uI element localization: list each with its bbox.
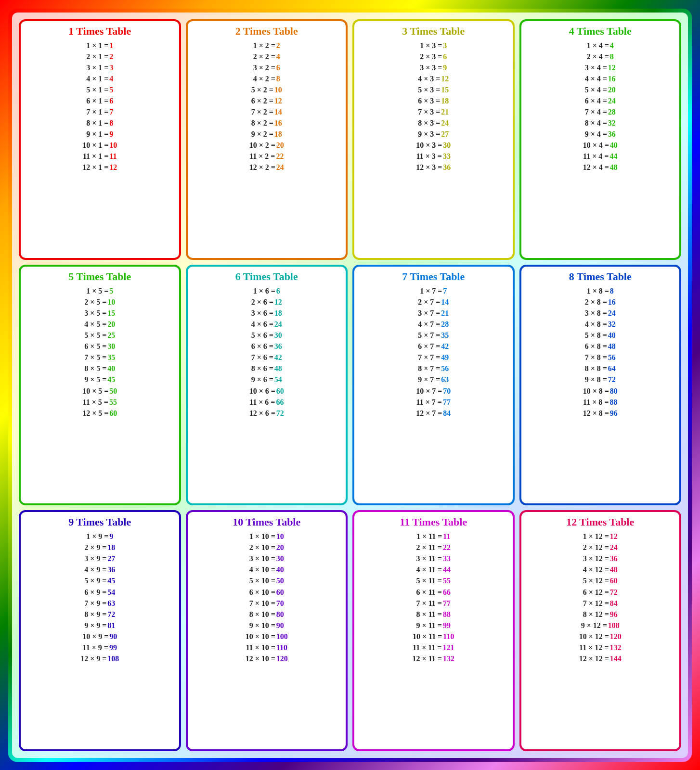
result-value: 40 [107, 363, 115, 374]
result-value: 24 [441, 118, 449, 128]
result-value: 48 [610, 565, 618, 575]
table-row: 6 × 5 = 30 [26, 341, 174, 352]
result-value: 77 [443, 397, 451, 408]
equation-part: 10 × 5 = [82, 386, 108, 397]
result-value: 7 [109, 107, 113, 117]
table-row: 12 × 1 = 12 [26, 162, 174, 173]
table-row: 1 × 4 = 4 [526, 40, 675, 51]
table-row: 9 × 3 = 27 [359, 129, 508, 140]
table-row: 9 × 6 = 54 [193, 374, 341, 385]
equation-part: 6 × 6 = [251, 341, 273, 352]
equation-part: 10 × 10 = [246, 631, 275, 642]
equation-part: 12 × 2 = [249, 162, 275, 173]
table-row: 2 × 8 = 16 [526, 297, 675, 308]
table-row: 11 × 1 = 11 [26, 151, 174, 162]
table-card-10: 10 Times Table1 × 10 = 102 × 10 = 203 × … [186, 510, 348, 751]
result-value: 90 [109, 631, 117, 642]
equation-part: 6 × 1 = [86, 96, 108, 106]
equation-part: 7 × 12 = [583, 598, 609, 609]
table-row: 4 × 11 = 44 [359, 565, 508, 575]
equation-part: 5 × 12 = [583, 576, 609, 586]
equation-part: 10 × 4 = [583, 140, 609, 151]
equation-part: 1 × 3 = [420, 40, 442, 51]
result-value: 72 [608, 374, 616, 385]
equation-part: 10 × 9 = [82, 631, 108, 642]
table-card-8: 8 Times Table1 × 8 = 82 × 8 = 163 × 8 = … [519, 265, 682, 505]
table-card-11: 11 Times Table1 × 11 = 112 × 11 = 223 × … [352, 510, 515, 751]
result-value: 50 [109, 386, 117, 397]
result-value: 60 [276, 587, 284, 598]
table-title-10: 10 Times Table [233, 516, 300, 528]
equation-part: 3 × 8 = [585, 308, 607, 319]
result-value: 6 [109, 96, 113, 106]
result-value: 12 [109, 162, 117, 173]
table-row: 6 × 11 = 66 [359, 587, 508, 598]
result-value: 60 [276, 386, 284, 397]
equation-part: 3 × 9 = [84, 553, 106, 564]
equation-part: 7 × 10 = [249, 598, 275, 609]
times-table-grid: 1 Times Table1 × 1 = 12 × 1 = 23 × 1 = 3… [12, 13, 688, 758]
result-value: 28 [441, 319, 449, 330]
table-row: 4 × 3 = 12 [359, 74, 508, 84]
equation-part: 2 × 8 = [585, 297, 607, 308]
equation-part: 2 × 2 = [253, 51, 275, 62]
equation-part: 2 × 10 = [249, 542, 275, 553]
result-value: 10 [107, 297, 115, 308]
equation-part: 9 × 12 = [581, 620, 607, 631]
result-value: 54 [107, 587, 115, 598]
equation-part: 9 × 9 = [84, 620, 106, 631]
result-value: 8 [610, 286, 614, 296]
table-row: 2 × 4 = 8 [526, 51, 675, 62]
table-row: 2 × 6 = 12 [193, 297, 341, 308]
table-card-12: 12 Times Table1 × 12 = 122 × 12 = 243 × … [519, 510, 682, 751]
equation-part: 11 × 8 = [583, 397, 609, 408]
result-value: 72 [610, 587, 618, 598]
equation-part: 2 × 1 = [86, 51, 108, 62]
table-row: 6 × 8 = 48 [526, 341, 675, 352]
table-row: 10 × 2 = 20 [193, 140, 341, 151]
equation-part: 9 × 11 = [416, 620, 442, 631]
result-value: 11 [109, 151, 117, 162]
equation-part: 1 × 12 = [583, 531, 609, 542]
result-value: 60 [109, 408, 117, 419]
equation-part: 1 × 6 = [253, 286, 275, 296]
result-value: 12 [441, 74, 449, 84]
table-row: 5 × 11 = 55 [359, 576, 508, 586]
result-value: 30 [443, 140, 451, 151]
equation-part: 4 × 2 = [253, 74, 275, 84]
table-row: 10 × 10 = 100 [193, 631, 341, 642]
result-value: 80 [276, 609, 284, 620]
table-row: 1 × 7 = 7 [359, 286, 508, 296]
result-value: 4 [109, 74, 113, 84]
equation-part: 4 × 4 = [585, 74, 607, 84]
equation-part: 2 × 12 = [583, 542, 609, 553]
equation-part: 2 × 6 = [251, 297, 273, 308]
equation-part: 9 × 2 = [251, 129, 273, 140]
result-value: 121 [442, 642, 454, 653]
result-value: 10 [276, 531, 284, 542]
equation-part: 1 × 11 = [416, 531, 442, 542]
result-value: 50 [276, 576, 284, 586]
result-value: 66 [443, 587, 451, 598]
equation-part: 4 × 9 = [84, 565, 106, 575]
table-row: 2 × 10 = 20 [193, 542, 341, 553]
table-row: 4 × 10 = 40 [193, 565, 341, 575]
result-value: 2 [109, 51, 113, 62]
equation-part: 10 × 2 = [249, 140, 275, 151]
equation-part: 6 × 8 = [585, 341, 607, 352]
equation-part: 1 × 7 = [420, 286, 442, 296]
result-value: 20 [276, 542, 284, 553]
equation-part: 9 × 5 = [84, 374, 106, 385]
equation-part: 10 × 1 = [82, 140, 108, 151]
equation-part: 7 × 1 = [86, 107, 108, 117]
table-row: 3 × 8 = 24 [526, 308, 675, 319]
result-value: 8 [276, 74, 280, 84]
table-row: 6 × 7 = 42 [359, 341, 508, 352]
equation-part: 8 × 9 = [84, 609, 106, 620]
equation-part: 3 × 12 = [583, 553, 609, 564]
table-row: 5 × 8 = 40 [526, 330, 675, 341]
equation-part: 5 × 8 = [585, 330, 607, 341]
table-title-12: 12 Times Table [566, 516, 634, 528]
equation-part: 4 × 7 = [418, 319, 440, 330]
table-row: 4 × 2 = 8 [193, 74, 341, 84]
